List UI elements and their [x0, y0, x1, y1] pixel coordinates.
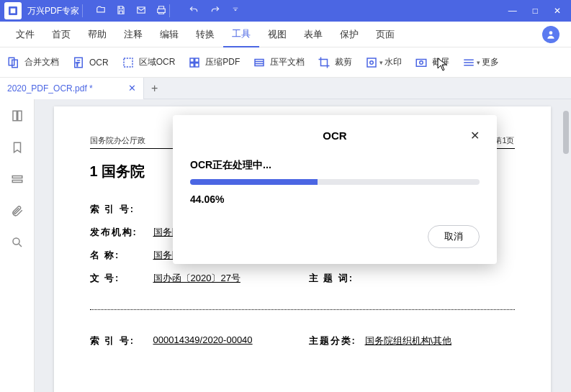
user-avatar[interactable] — [542, 26, 559, 43]
comments-icon[interactable] — [11, 173, 24, 188]
dialog-title: OCR — [323, 129, 346, 142]
tool-watermark[interactable]: ▾ 水印 — [365, 56, 402, 69]
menu-page[interactable]: 页面 — [367, 22, 403, 47]
svg-rect-8 — [124, 58, 132, 67]
tool-merge[interactable]: 合并文档 — [7, 56, 59, 69]
svg-rect-21 — [13, 111, 17, 121]
vertical-scrollbar[interactable] — [562, 106, 570, 385]
separator — [90, 309, 515, 310]
app-logo — [4, 2, 22, 19]
maximize-button[interactable]: □ — [533, 6, 538, 16]
page-header-right: 第1页 — [494, 135, 514, 146]
tool-area-ocr[interactable]: 区域OCR — [122, 56, 176, 69]
ocr-progress-dialog: OCR ✕ OCR正在处理中... 44.06% 取消 — [173, 115, 497, 264]
bookmark-icon[interactable] — [11, 141, 24, 157]
field-value: 国务院组织机构\其他 — [365, 334, 515, 347]
field-value: 国办函〔2020〕27号 — [153, 272, 303, 285]
scrollbar-thumb[interactable] — [563, 111, 569, 154]
print-icon[interactable] — [156, 5, 166, 17]
tool-screenshot[interactable]: 截屏 — [415, 56, 449, 69]
progress-bar — [190, 179, 480, 185]
field-label: 名 称: — [90, 249, 148, 262]
page-header-left: 国务院办公厅政 — [90, 135, 145, 146]
menu-tools[interactable]: 工具 — [223, 22, 259, 47]
field-label: 索 引 号: — [90, 203, 148, 216]
tool-label: 水印 — [385, 56, 402, 68]
svg-text:T: T — [76, 61, 78, 66]
tool-label: 裁剪 — [335, 56, 352, 68]
add-tab-button[interactable]: + — [144, 82, 165, 95]
tool-label: 更多 — [482, 56, 499, 68]
svg-rect-24 — [12, 181, 22, 183]
undo-icon[interactable] — [189, 5, 199, 17]
tool-label: 压平文档 — [270, 56, 305, 68]
window-controls: — □ ✕ — [508, 6, 561, 16]
attachment-icon[interactable] — [11, 204, 24, 220]
menu-annotate[interactable]: 注释 — [115, 22, 151, 47]
svg-rect-19 — [464, 62, 475, 63]
cancel-button[interactable]: 取消 — [428, 225, 480, 248]
redo-icon[interactable] — [210, 5, 220, 17]
field-label: 主题分类: — [309, 334, 359, 347]
menu-home[interactable]: 首页 — [43, 22, 79, 47]
menu-edit[interactable]: 编辑 — [151, 22, 187, 47]
tab-title: 2020_PDF_OCR.pdf * — [7, 83, 93, 94]
merge-icon — [7, 56, 20, 69]
qat-dropdown-icon[interactable] — [232, 5, 239, 17]
svg-point-15 — [370, 60, 374, 64]
watermark-icon — [365, 56, 378, 69]
progress-fill — [190, 179, 318, 185]
field-label: 索 引 号: — [90, 334, 148, 347]
flatten-icon — [253, 56, 266, 69]
area-ocr-icon — [122, 56, 135, 69]
tab-close-icon[interactable]: ✕ — [128, 83, 136, 94]
menu-convert[interactable]: 转换 — [187, 22, 223, 47]
tool-crop[interactable]: 裁剪 — [318, 56, 352, 69]
open-icon[interactable] — [96, 5, 106, 17]
menu-forms[interactable]: 表单 — [295, 22, 331, 47]
search-icon[interactable] — [11, 236, 24, 252]
tool-label: 合并文档 — [24, 56, 59, 68]
svg-rect-3 — [158, 9, 166, 12]
tool-label: 压缩PDF — [205, 56, 240, 68]
tool-compress[interactable]: 压缩PDF — [188, 56, 240, 69]
svg-point-17 — [420, 60, 423, 64]
svg-rect-12 — [195, 63, 199, 66]
title-bar: 万兴PDF专家 — □ ✕ — [0, 0, 571, 22]
progress-status-text: OCR正在处理中... — [190, 159, 480, 172]
save-icon[interactable] — [116, 5, 126, 17]
screenshot-icon — [415, 56, 428, 69]
svg-rect-1 — [11, 9, 16, 14]
svg-rect-18 — [464, 59, 475, 60]
svg-rect-9 — [190, 58, 194, 62]
field-value: 000014349/2020-00040 — [153, 334, 303, 347]
quick-access-toolbar — [96, 5, 166, 17]
document-tab-bar: 2020_PDF_OCR.pdf * ✕ + — [0, 78, 571, 99]
menu-view[interactable]: 视图 — [259, 22, 295, 47]
mail-icon[interactable] — [136, 5, 146, 17]
menu-file[interactable]: 文件 — [7, 22, 43, 47]
divider — [169, 4, 170, 17]
compress-icon — [188, 56, 201, 69]
tool-flatten[interactable]: 压平文档 — [253, 56, 305, 69]
tool-label: 区域OCR — [139, 56, 176, 68]
field-label: 发布机构: — [90, 226, 148, 239]
left-sidebar — [0, 99, 35, 392]
svg-rect-16 — [417, 59, 427, 66]
field-value — [365, 272, 515, 285]
dialog-close-icon[interactable]: ✕ — [470, 129, 480, 142]
thumbnails-icon[interactable] — [11, 109, 24, 125]
menu-protect[interactable]: 保护 — [331, 22, 367, 47]
divider — [82, 4, 83, 17]
close-button[interactable]: ✕ — [554, 6, 561, 16]
minimize-button[interactable]: — — [508, 6, 517, 16]
svg-point-4 — [549, 31, 553, 35]
tool-more[interactable]: ▾ 更多 — [462, 56, 499, 69]
more-icon — [462, 56, 475, 69]
tool-label: 截屏 — [432, 56, 449, 68]
menu-help[interactable]: 帮助 — [79, 22, 115, 47]
document-tab[interactable]: 2020_PDF_OCR.pdf * ✕ — [0, 78, 144, 99]
ribbon-toolbar: 合并文档 T OCR 区域OCR 压缩PDF 压平文档 裁剪 ▾ 水印 截屏 ▾… — [0, 47, 571, 78]
tool-ocr[interactable]: T OCR — [72, 56, 109, 69]
svg-rect-22 — [17, 111, 21, 121]
